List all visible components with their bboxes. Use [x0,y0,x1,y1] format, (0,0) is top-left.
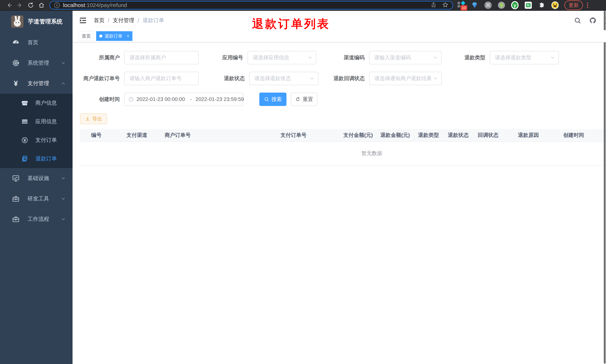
table-toolbar: 导出 [80,113,606,124]
top-navbar: 首页 / 支付管理 / 退款订单 退款订单列表 ? tT [73,11,606,30]
column-header: 商户订单号 [165,132,280,139]
chevron-up-icon [61,81,66,86]
extension-gem-icon[interactable] [471,1,478,9]
filter-row-3: 创建时间 2022-01-23 00:00:00 - 2022-01-23 23… [80,92,606,106]
navbar-actions: ? tT [573,16,606,25]
filter-row-2: 商户退款订单号 退款状态 退款回调状态 [80,72,606,85]
extensions-puzzle-icon[interactable] [538,1,545,9]
date-start-value: 2022-01-23 00:00:00 [136,96,186,102]
sidebar-item-label: 商户信息 [35,99,57,107]
merchant-input[interactable] [124,51,199,64]
site-info-icon[interactable]: i [54,2,60,8]
sidebar-item-label: 应用信息 [35,118,57,125]
extension-chat-icon[interactable] [525,1,532,9]
dashboard-icon [12,38,20,47]
filter-label: 应用编号 [199,54,248,61]
extension-command-icon[interactable]: ⌘ [484,1,492,9]
extension-y-icon[interactable]: y [511,1,519,9]
extension-badge: 10 [461,5,467,10]
refund-status-select[interactable] [249,72,318,85]
filter-row-1: 所属商户 应用编号 渠道编码 退款类型 [80,51,606,64]
forward-icon[interactable] [14,1,25,9]
breadcrumb-pay[interactable]: 支付管理 [113,17,134,24]
briefcase-icon [12,215,20,223]
address-bar[interactable]: i localhost:1024/pay/refund [50,1,453,10]
column-header: 创建时间 [563,132,599,139]
search-icon[interactable] [573,16,582,25]
document-copy-icon [21,155,29,163]
sidebar-item-home[interactable]: 首页 [0,32,73,53]
extension-recorder-icon[interactable] [498,1,505,9]
briefcase-icon [12,195,20,203]
sidebar-item-app-info[interactable]: 应用信息 [0,112,73,131]
chrome-update-button[interactable]: 更新 [564,0,583,10]
sidebar-item-devtools[interactable]: 研发工具 [0,189,73,209]
app-title: 芋道管理系统 [28,18,63,26]
gear-icon [12,59,20,67]
filter-label: 退款状态 [199,75,249,82]
column-header: 回调状态 [478,132,518,139]
export-button[interactable]: 导出 [80,113,107,124]
page-content: 所属商户 应用编号 渠道编码 退款类型 [73,42,606,364]
filter-label: 渠道编码 [316,54,369,61]
hamburger-icon[interactable] [79,16,87,25]
extension-devtools-icon[interactable]: 10 [458,1,465,9]
monitor-icon [12,174,20,182]
refund-type-select[interactable] [490,51,559,64]
callback-status-select[interactable] [369,72,442,85]
share-icon[interactable] [431,2,436,9]
main-area: 首页 / 支付管理 / 退款订单 退款订单列表 ? tT [73,11,606,364]
back-icon[interactable] [4,1,14,9]
column-header: 编号 [80,132,127,139]
chevron-down-icon [61,176,66,181]
refund-table: 编号 支付渠道 商户订单号 支付订单号 支付金额(元) 退款金额(元) 退款类型… [80,129,606,166]
reload-icon[interactable] [25,1,36,9]
github-icon[interactable] [589,16,597,25]
tag-refund-order[interactable]: 退款订单 × [96,31,132,41]
chevron-down-icon [61,60,66,66]
shop-icon [21,99,29,107]
empty-text: 暂无数据 [361,150,382,157]
sidebar-item-pay-order[interactable]: 支付订单 [0,131,73,149]
table-body: 暂无数据 [80,142,606,166]
app-frame: 芋道管理系统 首页 系统管理 ¥ 支付管理 商户信息 [0,11,606,364]
column-header: 支付金额(元) [343,132,380,139]
tag-home[interactable]: 首页 [79,31,94,41]
column-header: 支付渠道 [127,132,165,139]
sidebar-item-label: 基础设施 [27,175,49,182]
sidebar-item-refund-order[interactable]: 退款订单 [0,149,73,168]
merchant-refund-no-input[interactable] [124,72,199,85]
sidebar-item-merchant-info[interactable]: 商户信息 [0,94,73,112]
active-dot [99,35,102,38]
sidebar-item-system[interactable]: 系统管理 [0,53,73,73]
app-logo [11,15,24,28]
sidebar-item-pay[interactable]: ¥ 支付管理 [0,73,73,94]
sidebar-item-label: 支付订单 [35,136,57,144]
table-header-row: 编号 支付渠道 商户订单号 支付订单号 支付金额(元) 退款金额(元) 退款类型… [80,129,606,142]
filter-label: 退款回调状态 [318,75,369,82]
sidebar-item-label: 支付管理 [27,80,49,87]
column-header: 支付订单号 [280,132,343,139]
date-range-picker[interactable]: 2022-01-23 00:00:00 - 2022-01-23 23:59:5… [124,92,243,106]
bookmark-star-icon[interactable] [442,2,448,9]
search-button[interactable]: 搜索 [259,92,287,106]
column-header: 退款类型 [418,132,448,139]
page-title-annotation: 退款订单列表 [252,16,330,32]
sidebar-item-infra[interactable]: 基础设施 [0,168,73,189]
home-icon[interactable] [36,1,47,9]
filter-label: 所属商户 [80,54,124,61]
page-scrollbar[interactable] [604,11,606,364]
yen-icon: ¥ [12,79,20,88]
breadcrumb-home[interactable]: 首页 [94,17,105,24]
app-no-select[interactable] [248,51,316,64]
browser-profile-avatar[interactable] [551,1,559,9]
channel-code-select[interactable] [369,51,442,64]
chevron-down-icon [61,217,66,222]
browser-menu-icon[interactable] [587,3,588,8]
app-logo-row[interactable]: 芋道管理系统 [0,11,73,32]
close-icon[interactable]: × [127,34,129,39]
yen-circle-icon [21,136,29,144]
extensions-area: 10 ⌘ y [458,1,559,9]
reset-button[interactable]: 重置 [291,92,317,106]
sidebar-item-workflow[interactable]: 工作流程 [0,209,73,229]
